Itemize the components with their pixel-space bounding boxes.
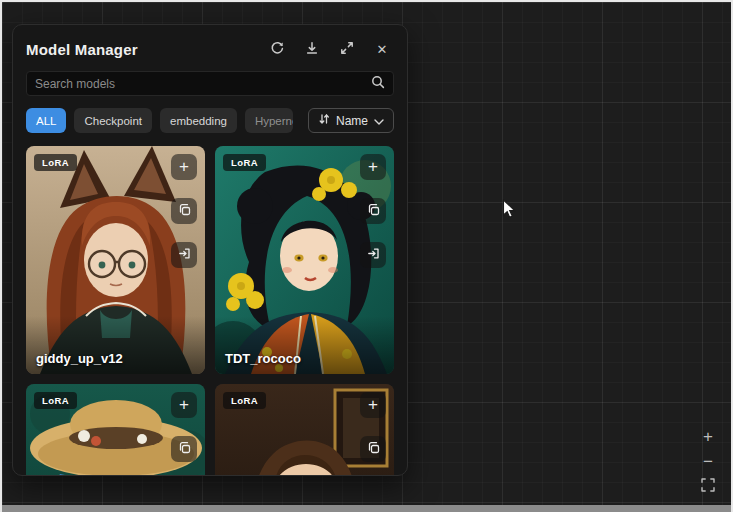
filter-chip-all[interactable]: ALL (26, 108, 66, 133)
expand-button[interactable] (335, 37, 359, 61)
zoom-in-icon: + (703, 427, 713, 447)
model-card[interactable]: LoRA + giddy_up_v12 (26, 146, 205, 374)
model-card-grid: LoRA + giddy_up_v12 (26, 146, 394, 476)
model-card[interactable]: LoRA + (215, 384, 394, 476)
copy-model-button[interactable] (171, 198, 197, 224)
load-into-workflow-icon (178, 247, 191, 263)
model-name: TDT_rococo (225, 351, 301, 366)
copy-model-button[interactable] (360, 198, 386, 224)
load-into-workflow-icon (367, 247, 380, 263)
model-type-badge: LoRA (34, 392, 77, 409)
download-icon (305, 41, 319, 58)
fit-view-button[interactable] (697, 476, 719, 498)
filter-chip-hypernetwork[interactable]: Hypernetwork (245, 108, 293, 133)
add-model-button[interactable]: + (171, 392, 197, 418)
app-window: Model Manager ✕ (0, 0, 733, 512)
fit-view-icon (701, 477, 715, 497)
model-manager-panel: Model Manager ✕ (12, 24, 408, 476)
model-type-badge: LoRA (223, 154, 266, 171)
filter-row: ALL Checkpoint embedding Hypernetwork Na… (26, 108, 394, 133)
copy-icon (178, 203, 191, 219)
panel-header-actions: ✕ (265, 37, 394, 61)
copy-icon (367, 203, 380, 219)
model-type-badge: LoRA (223, 392, 266, 409)
zoom-in-button[interactable]: + (697, 426, 719, 448)
panel-title: Model Manager (26, 41, 138, 58)
add-model-button[interactable]: + (171, 154, 197, 180)
plus-icon: + (179, 395, 189, 415)
add-model-button[interactable]: + (360, 392, 386, 418)
model-name: giddy_up_v12 (36, 351, 123, 366)
load-model-button[interactable] (360, 242, 386, 268)
refresh-button[interactable] (265, 37, 289, 61)
close-button[interactable]: ✕ (370, 37, 394, 61)
sort-icon (318, 113, 330, 128)
plus-icon: + (179, 157, 189, 177)
copy-icon (367, 441, 380, 457)
canvas-controls: + − (697, 426, 719, 498)
model-card[interactable]: LoRA + TDT_rococo (215, 146, 394, 374)
sort-label: Name (336, 114, 368, 128)
add-model-button[interactable]: + (360, 154, 386, 180)
model-type-badge: LoRA (34, 154, 77, 171)
panel-header: Model Manager ✕ (26, 37, 394, 61)
copy-model-button[interactable] (171, 436, 197, 462)
download-button[interactable] (300, 37, 324, 61)
zoom-out-button[interactable]: − (697, 451, 719, 473)
copy-model-button[interactable] (360, 436, 386, 462)
chevron-down-icon (374, 114, 384, 128)
filter-chip-checkpoint[interactable]: Checkpoint (74, 108, 152, 133)
close-icon: ✕ (377, 42, 388, 57)
copy-icon (178, 441, 191, 457)
plus-icon: + (368, 395, 378, 415)
refresh-icon (270, 41, 284, 58)
model-card[interactable]: LoRA + (26, 384, 205, 476)
search-icon (371, 75, 385, 93)
search-input[interactable] (35, 77, 371, 91)
expand-icon (340, 41, 354, 58)
filter-chip-embedding[interactable]: embedding (160, 108, 237, 133)
load-model-button[interactable] (171, 242, 197, 268)
plus-icon: + (368, 157, 378, 177)
search-bar (26, 71, 394, 96)
horizontal-scrollbar[interactable] (2, 505, 731, 512)
sort-dropdown[interactable]: Name (308, 108, 394, 133)
zoom-out-icon: − (703, 452, 713, 472)
